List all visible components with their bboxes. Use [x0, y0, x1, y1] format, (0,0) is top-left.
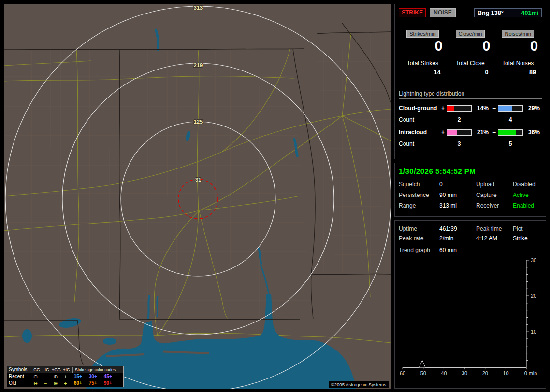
strikes-per-min-label: Strikes/min [406, 30, 438, 38]
total-strikes-column: Total Strikes 14 [399, 60, 447, 76]
map-canvas: 313 219 125 31 [4, 4, 391, 389]
intracloud-negative-pct: 36% [523, 129, 540, 136]
svg-text:0 min: 0 min [524, 370, 537, 376]
cloud-ground-row: Cloud-ground + 14% − 29% [399, 105, 542, 112]
total-close-column: Total Close 0 [447, 60, 494, 76]
minus-sign: − [492, 105, 498, 112]
receiver-label: Receiver [476, 202, 513, 209]
trend-graph-row: Trend graph 60 min [399, 247, 542, 253]
ring-label-inner: 31 [195, 177, 201, 182]
peak-rate-row: Peak rate 2/min 4:12 AM Strike [399, 235, 542, 242]
stats-panel: STRIKE NOISE Bng 138° 401mi Strikes/min … [394, 4, 546, 159]
totals-row: Total Strikes 14 Total Close 0 Total Noi… [399, 60, 542, 76]
svg-text:50: 50 [420, 370, 426, 376]
uptime-label: Uptime [399, 225, 439, 232]
intracloud-count-row: Count 3 5 [399, 140, 542, 147]
legend-old-row: Old ⊖ − ⊕ + 60+ 75+ 90+ [7, 380, 123, 387]
ring-label-second: 125 [194, 119, 203, 125]
bearing-label: Bng 138° [478, 10, 504, 16]
legend-symbols-header: Symbols [7, 367, 31, 373]
peak-time-label: Peak time [476, 225, 513, 232]
close-per-min-value: 0 [447, 38, 494, 54]
cloud-ground-positive-pct: 14% [472, 105, 489, 112]
cloud-ground-negative-bar [498, 105, 523, 112]
age-code: 75+ [89, 380, 104, 386]
bar-fill [498, 130, 516, 135]
svg-text:30: 30 [462, 370, 467, 376]
uptime-row: Uptime 461:39 Peak time Plot [399, 225, 542, 232]
strikes-per-min-value: 0 [399, 38, 447, 54]
receiver-status: Enabled [513, 202, 542, 209]
recent-age-codes: 15+ 30+ 45+ [72, 374, 123, 379]
neg-cg-symbol-recent: ⊖ [30, 374, 41, 379]
plus-sign: + [441, 129, 447, 136]
neg-ic-symbol-old: − [41, 380, 51, 386]
strikes-per-min-column: Strikes/min 0 [399, 29, 447, 54]
indicator-row: STRIKE NOISE Bng 138° 401mi [399, 8, 542, 17]
intracloud-negative-count: 5 [498, 140, 523, 147]
bar-fill [447, 106, 454, 111]
pos-ic-symbol-recent: + [60, 374, 71, 379]
bar-fill [447, 130, 457, 135]
upload-status: Disabled [513, 181, 542, 188]
plus-sign: + [441, 105, 447, 112]
legend-header-row: Symbols -CG -IC +CG +IC Strike age color… [7, 366, 123, 373]
legend-old-label: Old [7, 380, 30, 386]
noises-per-min-label: Noises/min [502, 30, 534, 38]
age-code: 90+ [104, 380, 119, 386]
total-noises-value: 89 [494, 69, 542, 76]
persistence-value: 90 min [439, 192, 476, 198]
capture-status: Active [513, 192, 542, 198]
legend-col-pos-cg: +CG [51, 367, 61, 373]
legend-col-neg-cg: -CG [31, 367, 41, 373]
settings-row: Range 313 mi Receiver Enabled [399, 202, 542, 209]
noise-indicator-button[interactable]: NOISE [430, 8, 456, 17]
age-code: 45+ [104, 374, 119, 379]
land-background [4, 4, 391, 389]
pos-ic-symbol-old: + [60, 380, 71, 386]
lightning-map[interactable]: 313 219 125 31 Symbols -CG -IC +CG +IC S… [4, 4, 391, 389]
squelch-value: 0 [439, 181, 476, 188]
bar-fill [498, 106, 512, 111]
settings-row: Squelch 0 Upload Disabled [399, 181, 542, 188]
strike-indicator-button[interactable]: STRIKE [399, 8, 426, 17]
age-code: 30+ [89, 374, 104, 379]
svg-text:10: 10 [531, 329, 536, 335]
age-code: 15+ [74, 374, 89, 379]
trend-graph-label: Trend graph [399, 247, 439, 253]
cloud-ground-count-row: Count 2 4 [399, 116, 542, 123]
age-code: 60+ [74, 380, 89, 386]
neg-cg-symbol-old: ⊖ [30, 380, 41, 386]
distribution-title: Lightning type distribution [399, 90, 542, 99]
total-close-label: Total Close [447, 60, 494, 67]
bearing-display: Bng 138° 401mi [474, 8, 542, 17]
ring-label-third: 219 [194, 62, 203, 68]
close-per-min-label: Close/min [456, 30, 485, 38]
cloud-ground-positive-bar [447, 105, 472, 112]
capture-label: Capture [476, 192, 513, 198]
sidebar: STRIKE NOISE Bng 138° 401mi Strikes/min … [394, 4, 546, 389]
squelch-label: Squelch [399, 181, 439, 188]
noises-per-min-column: Noises/min 0 [494, 29, 542, 54]
settings-row: Persistence 90 min Capture Active [399, 192, 542, 198]
total-close-value: 0 [447, 69, 494, 76]
total-strikes-label: Total Strikes [399, 60, 447, 67]
total-noises-column: Total Noises 89 [494, 60, 542, 76]
noises-per-min-value: 0 [494, 38, 542, 54]
uptime-value: 461:39 [439, 225, 476, 232]
strike-legend: Symbols -CG -IC +CG +IC Strike age color… [7, 366, 124, 387]
peak-rate-value: 2/min [439, 235, 476, 242]
cloud-ground-label: Cloud-ground [399, 105, 441, 112]
svg-text:20: 20 [531, 293, 536, 299]
pos-cg-symbol-recent: ⊕ [51, 374, 61, 379]
svg-text:30: 30 [531, 257, 536, 263]
upload-label: Upload [476, 181, 513, 188]
trend-graph-window: 60 min [439, 247, 476, 253]
intracloud-positive-pct: 21% [472, 129, 489, 136]
bearing-distance: 401mi [521, 10, 538, 16]
total-strikes-value: 14 [399, 69, 447, 76]
copyright-notice: ©2005 Astrogenic Systems [329, 381, 389, 388]
count-label: Count [399, 116, 447, 123]
plot-label: Plot [513, 225, 542, 232]
intracloud-positive-count: 3 [447, 140, 472, 147]
